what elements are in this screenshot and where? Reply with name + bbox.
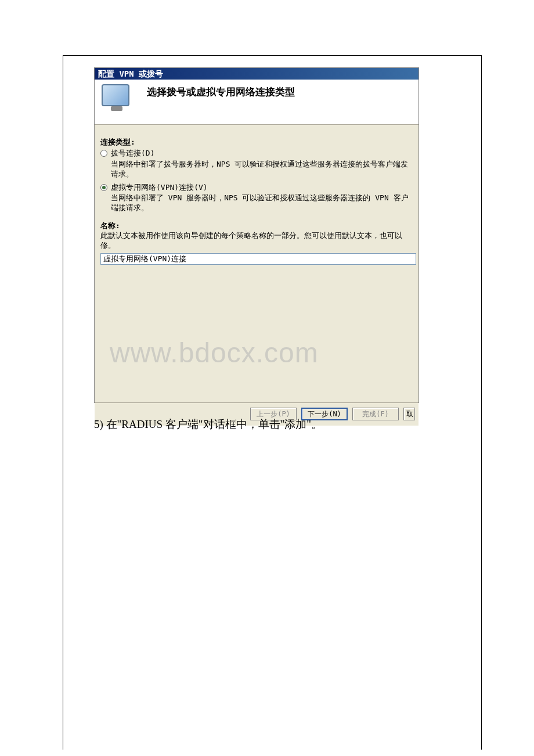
radio-vpn-desc: 当网络中部署了 VPN 服务器时，NPS 可以验证和授权通过这些服务器连接的 V… (100, 193, 413, 213)
monitor-icon (102, 84, 135, 114)
dialog-header-title: 选择拨号或虚拟专用网络连接类型 (147, 84, 295, 99)
config-vpn-dialog: 配置 VPN 或拨号 选择拨号或虚拟专用网络连接类型 连接类型: 拨号连接(D)… (94, 67, 419, 403)
page-border: 配置 VPN 或拨号 选择拨号或虚拟专用网络连接类型 连接类型: 拨号连接(D)… (63, 55, 482, 750)
cancel-button[interactable]: 取 (403, 408, 415, 420)
radio-vpn-label: 虚拟专用网络(VPN)连接(V) (111, 183, 208, 193)
name-label: 名称: (100, 221, 413, 231)
radio-dialup[interactable]: 拨号连接(D) (100, 149, 413, 159)
finish-button[interactable]: 完成(F) (352, 408, 399, 420)
connection-type-label: 连接类型: (100, 138, 413, 147)
name-input[interactable] (100, 253, 416, 265)
dialog-title: 配置 VPN 或拨号 (98, 69, 163, 78)
dialog-header: 选择拨号或虚拟专用网络连接类型 (95, 80, 418, 125)
name-desc: 此默认文本被用作使用该向导创建的每个策略名称的一部分。您可以使用默认文本，也可以… (100, 231, 413, 251)
radio-icon (100, 150, 107, 157)
radio-vpn[interactable]: 虚拟专用网络(VPN)连接(V) (100, 183, 413, 193)
dialog-titlebar: 配置 VPN 或拨号 (95, 68, 418, 80)
dialog-body: 连接类型: 拨号连接(D) 当网络中部署了拨号服务器时，NPS 可以验证和授权通… (95, 125, 418, 402)
radio-icon (100, 184, 107, 191)
radio-dialup-desc: 当网络中部署了拨号服务器时，NPS 可以验证和授权通过这些服务器连接的拨号客户端… (100, 160, 413, 179)
radio-dialup-label: 拨号连接(D) (111, 149, 154, 159)
doc-step-text: 5) 在"RADIUS 客户端"对话框中，单击"添加"。 (94, 417, 322, 432)
